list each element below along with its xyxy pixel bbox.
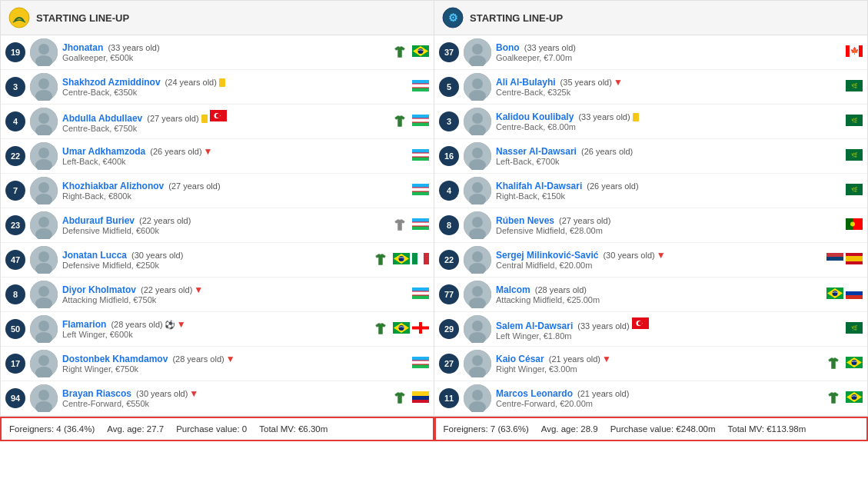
player-info: Shakhzod Azmiddinov (24 years old)Centre… [62,77,386,97]
player-age: (27 years old) [166,181,220,191]
player-name[interactable]: Umar Adkhamzoda [62,146,145,157]
team-header-right: ⚙ STARTING LINE-UP [434,1,867,35]
player-name[interactable]: Marcos Leonardo [496,388,573,399]
player-row: 3 Kalidou Koulibaly (33 years old)Centre… [434,105,867,139]
player-number: 7 [5,181,25,201]
svg-point-116 [472,182,483,193]
player-avatar [30,350,58,377]
shirt-icon [392,391,407,406]
flag-extra-icon [210,113,227,124]
player-name[interactable]: Jonatan Lucca [62,250,127,261]
player-flags [412,45,429,59]
svg-rect-25 [412,118,429,119]
svg-rect-84 [412,364,429,365]
player-position: Right-Back, €800k [62,191,386,201]
svg-point-52 [38,251,49,262]
player-name[interactable]: Abdurauf Buriev [62,215,135,226]
player-info: Salem Al-Dawsari (33 years old)Left Wing… [496,317,820,341]
player-name[interactable]: Nasser Al-Dawsari [496,146,577,157]
main-container: STARTING LINE-UP 19 Jhonatan (33 years o… [0,0,868,417]
player-name[interactable]: Rúben Neves [496,215,554,226]
player-name[interactable]: Kaio César [496,354,544,364]
player-position: Attacking Midfield, €750k [62,295,386,304]
flag-br [393,322,410,336]
player-name[interactable]: Khozhiakbar Alizhonov [62,181,164,191]
player-name[interactable]: Malcom [496,284,530,295]
svg-rect-80 [412,357,429,361]
shirt-icon [392,45,407,60]
player-info: Diyor Kholmatov (22 years old)▼Attacking… [62,284,386,304]
ball-icon: ⚽ [165,320,175,329]
player-position: Central Midfield, €20.00m [496,261,800,270]
player-number: 23 [5,215,25,235]
player-name[interactable]: Bono [496,42,520,53]
flag-ge [412,322,429,336]
player-row: 19 Jhonatan (33 years old)Goalkeeper, €5… [1,35,434,70]
player-avatar [464,350,491,377]
svg-rect-140 [846,288,863,291]
player-name[interactable]: Dostonbek Khamdamov [62,354,168,364]
player-number: 3 [439,111,459,131]
player-name[interactable]: Khalifah Al-Dawsari [496,181,582,191]
player-avatar [464,384,491,412]
player-name[interactable]: Ali Al-Bulayhi [496,77,556,88]
player-name[interactable]: Jhonatan [62,42,103,53]
flag-co [412,391,429,405]
svg-rect-131 [826,261,843,264]
player-position: Centre-Back, €325k [496,88,820,97]
player-action-icons [392,114,407,129]
svg-rect-14 [412,88,429,88]
svg-rect-11 [412,84,429,88]
svg-point-20 [215,114,219,118]
player-info: Bono (33 years old)Goalkeeper, €7.00m [496,42,820,62]
player-info: Flamarion (28 years old)⚽▼Left Winger, €… [62,319,368,339]
player-flags [393,322,429,336]
svg-point-125 [850,222,855,227]
player-info: Kaio César (21 years old)▼Right Winger, … [496,354,821,374]
player-position: Centre-Forward, €550k [62,399,387,408]
player-name[interactable]: Sergej Milinković-Savić [496,250,598,261]
svg-rect-12 [412,88,429,91]
player-name[interactable]: Shakhzod Azmiddinov [62,77,161,88]
svg-rect-90 [412,400,429,403]
player-name[interactable]: Flamarion [62,319,106,330]
avg-age-right: Avg. age: 28.9 [541,424,598,434]
yellow-card-icon [219,78,225,87]
player-age: (30 years old) [600,251,654,260]
player-age: (30 years old) [129,251,183,260]
svg-point-101 [472,78,483,89]
flag-uz [412,218,429,232]
player-info: Nasser Al-Dawsari (26 years old)Left-Bac… [496,146,820,166]
svg-rect-89 [412,396,429,400]
player-name[interactable]: Diyor Kholmatov [62,284,136,295]
player-name[interactable]: Brayan Riascos [62,388,131,399]
shirt-icon [373,321,388,337]
player-avatar [30,246,58,274]
player-flags: 🍁 [846,45,863,59]
player-flags [412,357,429,371]
player-avatar [30,211,58,239]
red-arrow-icon: ▼ [602,354,611,364]
player-flags [412,115,429,128]
player-number: 4 [5,111,25,131]
player-name[interactable]: Salem Al-Dawsari [496,321,573,331]
player-row: 27 Kaio César (21 years old)▼Right Winge… [434,347,867,381]
player-info: Sergej Milinković-Savić (30 years old)▼C… [496,250,800,270]
player-avatar [30,108,58,135]
player-flags [826,253,863,267]
svg-point-69 [38,321,49,331]
player-name[interactable]: Kalidou Koulibaly [496,111,574,122]
player-number: 29 [439,319,459,339]
player-info: Marcos Leonardo (21 years old)Centre-For… [496,388,821,408]
player-avatar [464,142,491,170]
player-flags [412,184,429,198]
player-action-icons [392,391,407,406]
footer-panel-left: Foreigners: 4 (36.4%) Avg. age: 27.7 Pur… [0,417,434,441]
svg-point-153 [472,355,483,366]
player-name[interactable]: Abdulla Abdullaev [62,113,142,124]
avg-age-left: Avg. age: 27.7 [107,424,164,434]
svg-point-159 [472,390,483,401]
svg-text:🌿: 🌿 [851,186,858,193]
svg-rect-34 [412,157,429,158]
svg-rect-59 [412,253,417,264]
